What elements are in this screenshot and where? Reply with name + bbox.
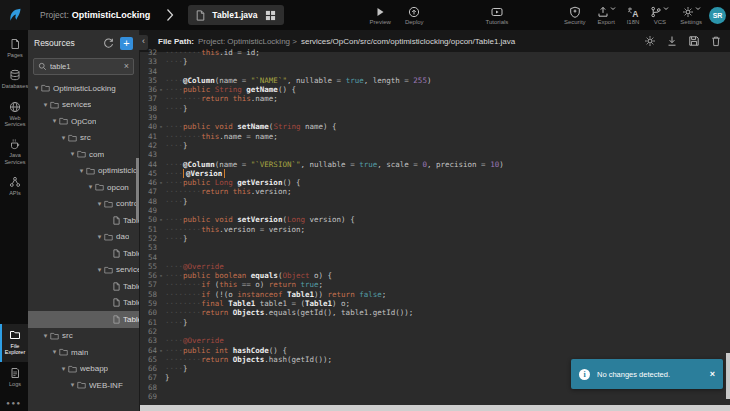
tree-item-table1serviceimpl-java[interactable]: Table1ServiceImpl.java: [28, 295, 139, 312]
expander-icon[interactable]: ▾: [77, 167, 86, 175]
tree-item-opcon[interactable]: ▾OpCon: [28, 113, 139, 130]
fold-icon[interactable]: -: [157, 215, 165, 224]
code-line-39[interactable]: 39: [140, 113, 730, 122]
add-resource-button[interactable]: +: [120, 37, 133, 50]
code-line-36[interactable]: 36-····public String getName() {: [140, 85, 730, 94]
expander-icon[interactable]: ▾: [95, 233, 104, 241]
security-button[interactable]: Security: [564, 6, 586, 25]
code-line-60[interactable]: 60········return Objects.equals(getId(),…: [140, 308, 730, 317]
expander-icon[interactable]: ▾: [41, 332, 50, 340]
code-line-51[interactable]: 51········this.version = version;: [140, 225, 730, 234]
code-line-62[interactable]: 62: [140, 327, 730, 336]
fold-icon[interactable]: -: [157, 271, 165, 280]
expander-icon[interactable]: ▾: [95, 266, 104, 274]
tree-item-services[interactable]: ▾services: [28, 97, 139, 114]
code-line-53[interactable]: 53: [140, 243, 730, 252]
more-options-button[interactable]: ●●●: [0, 393, 28, 411]
tree-item-table1-java[interactable]: Table1.java: [28, 311, 139, 328]
tree-item-com[interactable]: ▾com: [28, 146, 139, 163]
expander-icon[interactable]: ▾: [32, 84, 41, 92]
fold-icon[interactable]: -: [157, 178, 165, 187]
vcs-button[interactable]: VCS: [650, 6, 669, 25]
sidebar-item-databases[interactable]: Databases: [0, 64, 28, 95]
sidebar-item-java-services[interactable]: Java Services: [0, 133, 28, 171]
tree-item-controller[interactable]: ▾controller: [28, 196, 139, 213]
code-line-56[interactable]: 56-····public boolean equals(Object o) {: [140, 271, 730, 280]
tree-item-main[interactable]: ▾main: [28, 344, 139, 361]
preview-button[interactable]: Preview: [370, 6, 391, 25]
i18n-button[interactable]: AI18N: [627, 6, 640, 25]
app-logo[interactable]: [0, 0, 30, 30]
code-line-33[interactable]: 33····}: [140, 57, 730, 66]
code-line-47[interactable]: 47········return this.version;: [140, 187, 730, 196]
fold-icon[interactable]: -: [157, 346, 165, 355]
code-line-50[interactable]: 50-····public void setVersion(Long versi…: [140, 215, 730, 224]
code-line-35[interactable]: 35····@Column(name = "`NAME`", nullable …: [140, 76, 730, 85]
code-line-61[interactable]: 61····}: [140, 318, 730, 327]
code-line-57[interactable]: 57········if (this == o) return true;: [140, 280, 730, 289]
code-line-40[interactable]: 40-····public void setName(String name) …: [140, 122, 730, 131]
expander-icon[interactable]: ▾: [68, 150, 77, 158]
deploy-button[interactable]: Deploy: [405, 6, 424, 25]
code-line-54[interactable]: 54: [140, 253, 730, 262]
pathbar-save-icon[interactable]: [688, 35, 700, 47]
expander-icon[interactable]: ▾: [50, 117, 59, 125]
code-line-43[interactable]: 43: [140, 150, 730, 159]
expander-icon[interactable]: ▾: [59, 134, 68, 142]
code-line-45[interactable]: 45····@Version: [140, 169, 730, 178]
code-line-69[interactable]: 69: [140, 392, 730, 401]
collapse-panel-icon[interactable]: ‹: [139, 35, 148, 50]
export-button[interactable]: Export: [597, 6, 616, 25]
code-line-34[interactable]: 34: [140, 67, 730, 76]
sidebar-item-pages[interactable]: Pages: [0, 33, 28, 64]
expander-icon[interactable]: ▾: [59, 365, 68, 373]
tutorials-button[interactable]: Tutorials: [486, 6, 509, 25]
expander-icon[interactable]: ▾: [68, 381, 77, 389]
editor-vscrollbar-thumb[interactable]: [726, 353, 730, 399]
code-line-42[interactable]: 42····}: [140, 141, 730, 150]
tree-scrollbar-thumb[interactable]: [136, 158, 139, 220]
tree-item-table1dao-java[interactable]: Table1Dao.java: [28, 245, 139, 262]
code-line-58[interactable]: 58········if (!(o instanceof Table1)) re…: [140, 290, 730, 299]
refresh-icon[interactable]: [103, 38, 114, 49]
toast-close-icon[interactable]: ×: [710, 369, 715, 379]
tree-item-optimisticlocking[interactable]: ▾OptimisticLocking: [28, 80, 139, 97]
expander-icon[interactable]: ▾: [50, 348, 59, 356]
code-line-37[interactable]: 37········return this.name;: [140, 94, 730, 103]
settings-button[interactable]: Settings: [680, 6, 702, 25]
code-line-55[interactable]: 55····@Override: [140, 262, 730, 271]
tree-item-web-inf[interactable]: ▾WEB-INF: [28, 377, 139, 394]
expander-icon[interactable]: ▾: [41, 101, 50, 109]
expander-icon[interactable]: ▾: [86, 183, 95, 191]
tree-item-dao[interactable]: ▾dao: [28, 229, 139, 246]
sidebar-item-apis[interactable]: APIs: [0, 171, 28, 202]
sidebar-item-logs[interactable]: Logs: [0, 362, 28, 393]
grid-icon[interactable]: [265, 10, 276, 21]
code-line-44[interactable]: 44····@Column(name = "`VERSION`", nullab…: [140, 160, 730, 169]
editor-hscrollbar[interactable]: [140, 405, 730, 411]
fold-icon[interactable]: -: [157, 122, 165, 131]
code-line-48[interactable]: 48····}: [140, 197, 730, 206]
tree-item-webapp[interactable]: ▾webapp: [28, 361, 139, 378]
clear-search-icon[interactable]: ×: [124, 62, 129, 71]
code-line-63[interactable]: 63····@Override: [140, 336, 730, 345]
code-line-59[interactable]: 59········final Table1 table1 = (Table1)…: [140, 299, 730, 308]
tab-table1-java[interactable]: Table1.java: [188, 5, 283, 25]
sidebar-item-web-services[interactable]: Web Services: [0, 96, 28, 134]
tree-item-opcon[interactable]: ▾opcon: [28, 179, 139, 196]
code-line-49[interactable]: 49: [140, 206, 730, 215]
sidebar-item-file-explorer[interactable]: File Explorer: [0, 324, 28, 362]
tree-item-src[interactable]: ▾src: [28, 328, 139, 345]
code-line-46[interactable]: 46-····public Long getVersion() {: [140, 178, 730, 187]
code-line-41[interactable]: 41········this.name = name;: [140, 132, 730, 141]
code-line-32[interactable]: 32········this.id = id;: [140, 48, 730, 57]
tree-item-src[interactable]: ▾src: [28, 130, 139, 147]
project-name[interactable]: OptimisticLocking: [72, 10, 151, 20]
pathbar-delete-icon[interactable]: [710, 35, 722, 47]
code-line-52[interactable]: 52····}: [140, 234, 730, 243]
pathbar-settings-icon[interactable]: [644, 35, 656, 47]
tree-item-table1service-java[interactable]: Table1Service.java: [28, 278, 139, 295]
tree-item-optimisticlocking[interactable]: ▾optimisticlocking: [28, 163, 139, 180]
tree-item-table1controller-java[interactable]: Table1Controller.java: [28, 212, 139, 229]
fold-icon[interactable]: -: [157, 85, 165, 94]
